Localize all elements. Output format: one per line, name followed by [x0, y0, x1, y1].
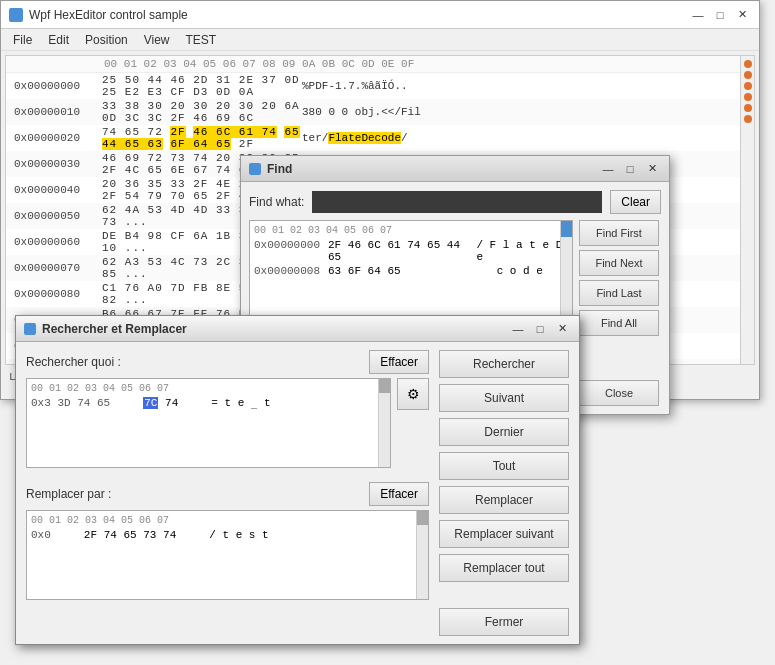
search-input-area[interactable]: 00 01 02 03 04 05 06 07 0x3 3D 74 65 7C …	[26, 378, 391, 468]
app-icon	[9, 8, 23, 22]
replace-content: Rechercher quoi : Effacer 00 01 02 03 04…	[16, 342, 579, 644]
close-button[interactable]: ✕	[733, 6, 751, 24]
replace-right-panel: Rechercher Suivant Dernier Tout Remplace…	[439, 350, 569, 636]
replace-clear-button[interactable]: Effacer	[369, 482, 429, 506]
gear-button[interactable]: ⚙	[397, 378, 429, 410]
replace-scroll-thumb	[417, 511, 428, 525]
search-label-row: Rechercher quoi : Effacer	[26, 350, 429, 374]
tout-button[interactable]: Tout	[439, 452, 569, 480]
find-hex-row-0: 0x00000000 2F 46 6C 61 74 65 44 65 / F l…	[254, 239, 568, 263]
scroll-indicator	[744, 60, 752, 68]
replace-input-area[interactable]: 00 01 02 03 04 05 06 07 0x0 2F 74 65 73 …	[26, 510, 429, 600]
replace-dialog-title: Rechercher et Remplacer	[42, 322, 509, 336]
remplacer-tout-button[interactable]: Remplacer tout	[439, 554, 569, 582]
replace-dialog: Rechercher et Remplacer — □ ✕ Rechercher…	[15, 315, 580, 645]
scroll-indicator	[744, 93, 752, 101]
find-buttons: Find First Find Next Find Last Find All …	[579, 220, 661, 406]
replace-minimize-button[interactable]: —	[509, 320, 527, 338]
replace-hex-header: 00 01 02 03 04 05 06 07	[31, 515, 424, 526]
menu-test[interactable]: TEST	[178, 31, 225, 49]
minimize-button[interactable]: —	[689, 6, 707, 24]
replace-label-text: Remplacer par :	[26, 487, 111, 501]
replace-label-row: Remplacer par : Effacer	[26, 482, 429, 506]
search-highlighted-byte: 7C	[143, 397, 158, 409]
replace-scrollbar[interactable]	[416, 511, 428, 599]
hex-row-1: 0x00000010 33 38 30 20 30 20 30 20 6A 0D…	[6, 99, 754, 125]
scroll-indicator	[744, 82, 752, 90]
remplacer-button[interactable]: Remplacer	[439, 486, 569, 514]
search-scrollbar[interactable]	[378, 379, 390, 467]
find-hex-header: 00 01 02 03 04 05 06 07	[254, 225, 568, 236]
find-hex-row-1: 0x00000008 63 6F 64 65 c o d e	[254, 265, 568, 277]
dernier-button[interactable]: Dernier	[439, 418, 569, 446]
replace-hex-row: 0x0 2F 74 65 73 74 / t e s t	[31, 529, 424, 541]
menu-edit[interactable]: Edit	[40, 31, 77, 49]
find-window-controls: — □ ✕	[599, 160, 661, 178]
find-all-button[interactable]: Find All	[579, 310, 659, 336]
scroll-indicator	[744, 71, 752, 79]
find-titlebar: Find — □ ✕	[241, 156, 669, 182]
find-color-bar	[312, 191, 602, 213]
search-hex-header: 00 01 02 03 04 05 06 07	[31, 383, 386, 394]
window-controls: — □ ✕	[689, 6, 751, 24]
search-input-row: 00 01 02 03 04 05 06 07 0x3 3D 74 65 7C …	[26, 378, 429, 476]
menu-position[interactable]: Position	[77, 31, 136, 49]
replace-left-panel: Rechercher quoi : Effacer 00 01 02 03 04…	[26, 350, 429, 636]
find-next-button[interactable]: Find Next	[579, 250, 659, 276]
replace-icon	[24, 323, 36, 335]
main-title: Wpf HexEditor control sample	[29, 8, 689, 22]
find-what-label: Find what:	[249, 195, 304, 209]
rechercher-button[interactable]: Rechercher	[439, 350, 569, 378]
maximize-button[interactable]: □	[711, 6, 729, 24]
find-last-button[interactable]: Find Last	[579, 280, 659, 306]
menu-file[interactable]: File	[5, 31, 40, 49]
scroll-indicator	[744, 104, 752, 112]
hex-row-2: 0x00000020 74 65 72 2F 46 6C 61 74 65 44…	[6, 125, 754, 151]
find-maximize-button[interactable]: □	[621, 160, 639, 178]
replace-close-button[interactable]: ✕	[553, 320, 571, 338]
hex-row-0: 0x00000000 25 50 44 46 2D 31 2E 37 0D 25…	[6, 73, 754, 99]
scroll-indicator	[744, 115, 752, 123]
replace-window-controls: — □ ✕	[509, 320, 571, 338]
suivant-button[interactable]: Suivant	[439, 384, 569, 412]
remplacer-suivant-button[interactable]: Remplacer suivant	[439, 520, 569, 548]
scrollbar-right[interactable]	[740, 56, 754, 364]
find-clear-button[interactable]: Clear	[610, 190, 661, 214]
find-what-row: Find what: Clear	[249, 190, 661, 214]
search-label: Rechercher quoi :	[26, 355, 121, 369]
main-titlebar: Wpf HexEditor control sample — □ ✕	[1, 1, 759, 29]
find-close-button[interactable]: ✕	[643, 160, 661, 178]
fermer-button[interactable]: Fermer	[439, 608, 569, 636]
replace-maximize-button[interactable]: □	[531, 320, 549, 338]
menubar: File Edit Position View TEST	[1, 29, 759, 51]
search-hex-row: 0x3 3D 74 65 7C 74 = t e █ t	[31, 397, 386, 409]
menu-view[interactable]: View	[136, 31, 178, 49]
replace-titlebar: Rechercher et Remplacer — □ ✕	[16, 316, 579, 342]
find-scroll-thumb	[561, 221, 572, 237]
search-clear-button[interactable]: Effacer	[369, 350, 429, 374]
find-close-button-main[interactable]: Close	[579, 380, 659, 406]
find-dialog-title: Find	[267, 162, 599, 176]
find-minimize-button[interactable]: —	[599, 160, 617, 178]
search-scroll-thumb	[379, 379, 390, 393]
find-icon	[249, 163, 261, 175]
find-first-button[interactable]: Find First	[579, 220, 659, 246]
hex-column-header: 00 01 02 03 04 05 06 07 08 09 0A 0B 0C 0…	[104, 58, 414, 70]
